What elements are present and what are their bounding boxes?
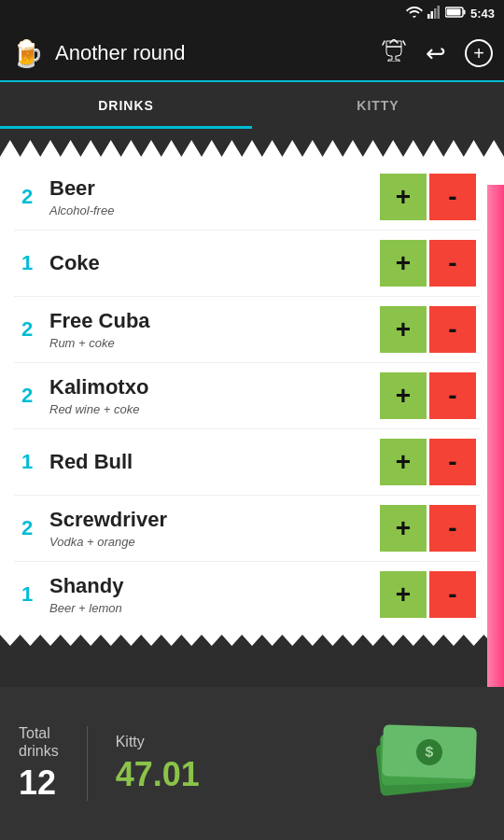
drink-count: 2: [14, 516, 40, 540]
increment-button[interactable]: +: [380, 372, 427, 419]
drink-count: 2: [14, 384, 40, 408]
drink-row: 2Free CubaRum + coke+-: [14, 297, 481, 363]
drink-name: Screwdriver: [49, 508, 380, 532]
svg-rect-6: [446, 9, 460, 16]
svg-rect-2: [434, 8, 437, 19]
drink-info: ScrewdriverVodka + orange: [49, 508, 380, 548]
binding-strip: [487, 185, 504, 687]
svg-rect-3: [437, 6, 440, 19]
svg-rect-5: [463, 10, 465, 15]
drink-name: Coke: [49, 251, 380, 275]
drink-info: Coke: [49, 251, 380, 275]
drink-count: 1: [14, 582, 40, 607]
increment-button[interactable]: +: [380, 174, 427, 220]
dollar-symbol: $: [416, 738, 443, 765]
drink-name: Kalimotxo: [49, 375, 380, 399]
drink-row: 1Coke+-: [14, 231, 481, 297]
drink-row: 2KalimotxoRed wine + coke+-: [14, 363, 481, 429]
app-bar-actions: ↩ +: [381, 39, 493, 68]
summary-divider: [87, 726, 88, 801]
drink-desc: Alcohol-free: [49, 203, 380, 217]
increment-button[interactable]: +: [380, 505, 427, 552]
battery-icon: [445, 7, 466, 20]
drink-info: BeerAlcohol-free: [49, 176, 380, 217]
drink-row: 1Red Bull+-: [14, 429, 481, 496]
drink-desc: Red wine + coke: [49, 402, 380, 416]
drink-buttons: +-: [380, 372, 476, 419]
app-bar-left: 🍺 Another round: [11, 38, 381, 69]
drink-count: 2: [14, 185, 40, 209]
beer-icon: 🍺: [11, 38, 44, 69]
total-drinks-label: Total drinks: [19, 724, 59, 760]
decrement-button[interactable]: -: [429, 306, 476, 353]
drink-name: Free Cuba: [49, 309, 380, 333]
drink-row: 2ScrewdriverVodka + orange+-: [14, 496, 481, 562]
wifi-icon: [406, 6, 423, 21]
signal-icon: [427, 6, 441, 21]
drink-count: 2: [14, 317, 40, 342]
decrement-button[interactable]: -: [429, 505, 476, 552]
kitty-label: Kitty: [116, 733, 145, 750]
total-drinks-value: 12: [19, 763, 56, 803]
money-bill-front: $: [382, 724, 477, 778]
status-time: 5:43: [470, 7, 495, 21]
drink-row: 1ShandyBeer + lemon+-: [14, 562, 481, 627]
drink-name: Red Bull: [49, 450, 380, 474]
drink-buttons: +-: [380, 306, 476, 353]
tabs: DRINKS KITTY: [0, 82, 504, 129]
drink-buttons: +-: [380, 174, 476, 220]
kitty-section: Kitty 47.01: [116, 733, 200, 793]
app-bar: 🍺 Another round ↩ +: [0, 26, 504, 82]
drink-buttons: +-: [380, 505, 476, 552]
total-drinks-section: Total drinks 12: [19, 724, 59, 803]
notepad: 2BeerAlcohol-free+-1Coke+-2Free CubaRum …: [0, 157, 504, 653]
torn-bottom-edge: [0, 635, 504, 653]
tab-kitty[interactable]: KITTY: [252, 82, 504, 129]
money-icon: $: [373, 721, 485, 805]
svg-rect-0: [427, 14, 430, 19]
increment-button[interactable]: +: [380, 240, 427, 287]
kitty-value: 47.01: [116, 755, 200, 794]
toast-icon[interactable]: [381, 39, 407, 67]
content-area: 2BeerAlcohol-free+-1Coke+-2Free CubaRum …: [0, 129, 504, 687]
undo-icon[interactable]: ↩: [426, 39, 446, 68]
status-icons: 5:43: [406, 6, 495, 21]
decrement-button[interactable]: -: [429, 439, 476, 485]
drink-buttons: +-: [380, 240, 476, 287]
drink-name: Beer: [49, 176, 380, 201]
svg-line-10: [383, 41, 385, 45]
summary-bar: Total drinks 12 Kitty 47.01 $: [0, 687, 504, 840]
drinks-list: 2BeerAlcohol-free+-1Coke+-2Free CubaRum …: [0, 157, 504, 635]
add-icon[interactable]: +: [465, 39, 493, 67]
tab-drinks[interactable]: DRINKS: [0, 82, 252, 129]
increment-button[interactable]: +: [380, 439, 427, 485]
drink-name: Shandy: [49, 574, 380, 598]
drink-info: ShandyBeer + lemon: [49, 574, 380, 614]
svg-rect-1: [430, 11, 433, 19]
drink-info: KalimotxoRed wine + coke: [49, 375, 380, 415]
torn-top-edge: [0, 129, 504, 157]
decrement-button[interactable]: -: [429, 174, 476, 220]
drink-desc: Beer + lemon: [49, 601, 380, 615]
drink-count: 1: [14, 450, 40, 474]
drink-info: Red Bull: [49, 450, 380, 474]
decrement-button[interactable]: -: [429, 571, 476, 618]
drink-buttons: +-: [380, 439, 476, 485]
increment-button[interactable]: +: [380, 571, 427, 618]
svg-line-11: [403, 41, 405, 45]
drink-desc: Vodka + orange: [49, 535, 380, 549]
app-title: Another round: [55, 41, 185, 65]
drink-desc: Rum + coke: [49, 336, 380, 350]
drink-buttons: +-: [380, 571, 476, 618]
increment-button[interactable]: +: [380, 306, 427, 353]
drink-info: Free CubaRum + coke: [49, 309, 380, 349]
decrement-button[interactable]: -: [429, 372, 476, 419]
decrement-button[interactable]: -: [429, 240, 476, 287]
drink-row: 2BeerAlcohol-free+-: [14, 164, 481, 231]
status-bar: 5:43: [0, 0, 504, 26]
drink-count: 1: [14, 251, 40, 275]
